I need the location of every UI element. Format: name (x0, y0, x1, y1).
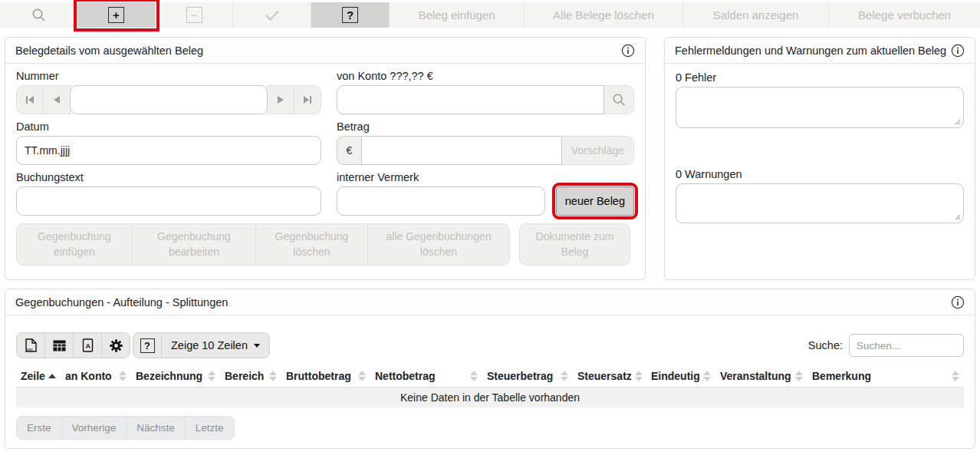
remove-beleg-button[interactable]: − (156, 2, 233, 28)
column-header-bemerkung[interactable]: Bemerkung (807, 365, 964, 388)
column-header-zeile[interactable]: Zeile (16, 365, 61, 388)
pdf-export-icon: A (82, 338, 94, 352)
panel-title: Fehlermeldungen und Warnungen zum aktuel… (675, 45, 946, 57)
sort-icons (635, 371, 643, 381)
sort-icons (358, 371, 366, 381)
alle-belege-loeschen-button[interactable]: Alle Belege löschen (525, 2, 683, 28)
plus-boxed-icon: + (108, 7, 124, 23)
betrag-input[interactable] (361, 136, 562, 165)
panel-title: Gegenbuchungen - Aufteilung - Splittunge… (15, 296, 228, 308)
column-header-bereich[interactable]: Bereich (220, 365, 281, 388)
belegdetails-panel: Belegdetails vom ausgewählten Beleg Numm… (5, 37, 646, 280)
column-header-veranstaltung[interactable]: Veranstaltung (715, 365, 807, 388)
panel-title: Belegdetails vom ausgewählten Beleg (15, 45, 203, 57)
column-header-an-konto[interactable]: an Konto (61, 365, 131, 388)
datum-input[interactable] (16, 136, 321, 165)
check-icon (265, 9, 280, 21)
table-help-group: ? Zeige 10 Zeilen (133, 332, 270, 358)
interner-vermerk-label: interner Vermerk (337, 171, 634, 183)
first-record-button[interactable] (16, 85, 44, 114)
konto-search-button[interactable] (603, 85, 634, 114)
suche-label: Suche: (808, 339, 843, 351)
sort-asc-icon (48, 374, 56, 378)
help-boxed-icon: ? (140, 338, 155, 353)
export-buttons-group: csv A (16, 332, 130, 358)
gear-icon (110, 339, 123, 352)
pagination-next-button[interactable]: Nächste (126, 416, 186, 440)
column-header-bruttobetrag[interactable]: Bruttobetrag (281, 365, 370, 388)
table-search-input[interactable] (849, 334, 964, 357)
gegenbuchung-einfuegen-button[interactable]: Gegenbuchung einfügen (16, 223, 133, 266)
column-header-bezeichnung[interactable]: Bezeichnung (131, 365, 220, 388)
csv-export-icon: csv (25, 338, 37, 352)
table-view-button[interactable] (44, 332, 74, 358)
sort-icons (952, 371, 959, 381)
von-konto-input[interactable] (337, 85, 604, 114)
table-icon (53, 340, 66, 351)
search-icon (31, 8, 46, 22)
belegdetails-panel-header: Belegdetails vom ausgewählten Beleg (5, 38, 645, 64)
pagination-previous-button[interactable]: Vorherige (61, 416, 127, 440)
dokumente-zum-beleg-button[interactable]: Dokumente zum Beleg (519, 223, 630, 266)
previous-record-button[interactable] (43, 85, 71, 114)
sort-icons (119, 371, 127, 381)
empty-message: Keine Daten in der Tabelle vorhanden (16, 388, 964, 408)
next-record-button[interactable] (267, 85, 294, 114)
table-toolbar: csv A (16, 332, 964, 358)
fehler-textarea[interactable] (676, 87, 964, 128)
meldungen-panel: Fehlermeldungen und Warnungen zum aktuel… (664, 37, 975, 280)
sort-icons (561, 371, 568, 381)
neuer-beleg-button[interactable]: neuer Beleg (556, 186, 634, 216)
pagination-first-button[interactable]: Erste (16, 416, 62, 440)
betrag-label: Betrag (337, 120, 634, 133)
gegenbuchung-actions: Gegenbuchung einfügen Gegenbuchung bearb… (16, 223, 634, 266)
sort-icons (795, 371, 803, 381)
top-toolbar: + − ? Beleg einfügen Alle Belege löschen… (0, 2, 980, 28)
column-header-nettobetrag[interactable]: Nettobetrag (370, 365, 482, 388)
gegenbuchungen-table: Zeile an Konto Bezeichnung Bereich Brutt… (16, 365, 964, 407)
sort-icons (470, 371, 478, 381)
warnungen-textarea[interactable] (676, 183, 964, 223)
buchungstext-input[interactable] (16, 186, 321, 216)
nummer-nav-group (16, 85, 321, 114)
nummer-label: Nummer (16, 70, 321, 82)
von-konto-label: von Konto ???,?? € (337, 70, 634, 82)
gegenbuchung-loeschen-button[interactable]: Gegenbuchung löschen (255, 223, 368, 266)
meldungen-panel-header: Fehlermeldungen und Warnungen zum aktuel… (665, 38, 975, 64)
gegenbuchung-bearbeiten-button[interactable]: Gegenbuchung bearbeiten (132, 223, 256, 266)
beleg-einfuegen-button[interactable]: Beleg einfügen (390, 2, 525, 28)
help-button[interactable]: ? (311, 2, 390, 28)
search-beleg-button[interactable] (0, 2, 77, 28)
alle-gegenbuchungen-loeschen-button[interactable]: alle Gegenbuchungen löschen (367, 223, 510, 266)
add-beleg-button[interactable]: + (77, 2, 156, 28)
info-icon[interactable] (951, 295, 965, 309)
table-help-button[interactable]: ? (133, 332, 162, 358)
last-icon (303, 95, 312, 104)
help-boxed-icon: ? (342, 7, 358, 23)
confirm-beleg-button[interactable] (233, 2, 311, 28)
gegenbuchungen-panel: Gegenbuchungen - Aufteilung - Splittunge… (5, 289, 975, 449)
svg-text:A: A (85, 342, 90, 350)
table-settings-button[interactable] (101, 332, 130, 358)
minus-boxed-icon: − (186, 7, 202, 23)
column-header-steuerbetrag[interactable]: Steuerbetrag (482, 365, 573, 388)
next-icon (277, 95, 284, 104)
datum-label: Datum (16, 120, 321, 133)
info-icon[interactable] (951, 44, 965, 58)
salden-anzeigen-button[interactable]: Salden anzeigen (683, 2, 829, 28)
csv-export-button[interactable]: csv (16, 332, 45, 358)
belege-verbuchen-button[interactable]: Belege verbuchen (829, 2, 980, 28)
column-header-eindeutig[interactable]: Eindeutig (646, 365, 715, 388)
svg-text:csv: csv (26, 347, 33, 351)
vorschlaege-button[interactable]: Vorschläge (561, 136, 634, 165)
interner-vermerk-input[interactable] (337, 186, 545, 216)
column-header-steuersatz[interactable]: Steuersatz (573, 365, 646, 388)
pdf-export-button[interactable]: A (73, 332, 102, 358)
last-record-button[interactable] (294, 85, 321, 114)
zeige-zeilen-dropdown[interactable]: Zeige 10 Zeilen (161, 332, 270, 358)
sort-icons (208, 371, 215, 381)
pagination-last-button[interactable]: Letzte (185, 416, 235, 440)
info-icon[interactable] (621, 44, 635, 58)
warnungen-count-label: 0 Warnungen (676, 168, 964, 180)
nummer-input[interactable] (70, 85, 268, 114)
